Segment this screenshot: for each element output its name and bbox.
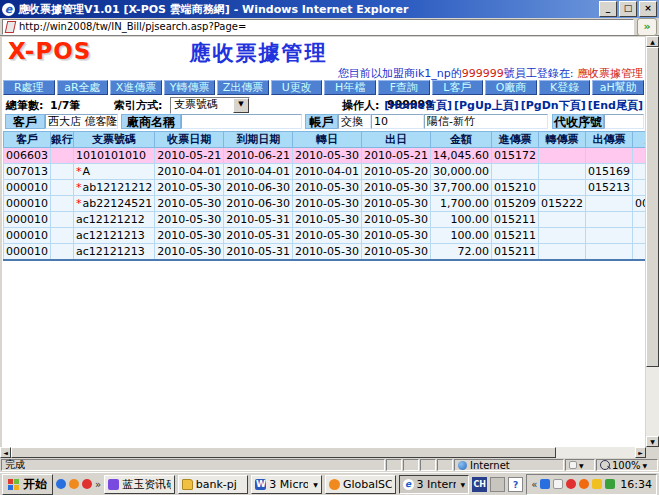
tray-chevron-icon[interactable]: « xyxy=(531,479,537,490)
table-row[interactable]: 000010ac121212122010-05-302010-05-312010… xyxy=(4,212,646,228)
windows-logo-icon xyxy=(8,479,20,490)
column-header-bank[interactable]: 銀行 xyxy=(51,132,74,148)
customer-input[interactable]: 西大店 億客隆 xyxy=(45,114,118,129)
go-button[interactable]: » xyxy=(637,18,657,36)
mail-icon[interactable] xyxy=(69,479,79,489)
task-button-4[interactable]: GlobalSCAP... xyxy=(325,475,396,494)
chevron-down-icon[interactable]: ▼ xyxy=(233,98,249,113)
menu-button-4[interactable]: Y轉傳票 xyxy=(164,80,216,95)
phishing-filter-pane[interactable]: ▼ xyxy=(565,459,595,471)
account-name-field[interactable]: 陽信-新竹 xyxy=(424,114,548,129)
chevron-down-icon[interactable]: ▼ xyxy=(461,481,466,488)
menu-button-11[interactable]: K登錄 xyxy=(539,80,591,95)
task-label: bank-pj xyxy=(196,478,245,491)
scroll-left-icon[interactable]: ◄ xyxy=(0,447,11,458)
quick-launch-overflow-icon[interactable]: » xyxy=(95,479,101,490)
close-button[interactable]: × xyxy=(639,1,657,17)
cell-due-date: 2010-04-01 xyxy=(224,164,293,180)
language-indicator[interactable]: CH xyxy=(472,477,487,492)
phone-tray-icon[interactable] xyxy=(605,479,615,489)
ie-icon[interactable] xyxy=(56,479,66,489)
cell-transfer-voucher xyxy=(538,212,585,228)
task-button-5[interactable]: e3 Interne...▼ xyxy=(399,475,470,494)
account-no-field[interactable]: 10 xyxy=(371,114,424,129)
vertical-scrollbar[interactable]: ▲ ▼ xyxy=(646,36,659,447)
task-button-1[interactable]: 蓝玉资讯研... xyxy=(104,475,175,494)
horizontal-scroll-thumb[interactable] xyxy=(11,447,556,458)
cell-transfer-date: 2010-05-30 xyxy=(293,196,362,212)
pager-link-4[interactable]: [End尾頁] xyxy=(588,99,643,112)
index-mode-select[interactable]: 支票號碼 ▼ xyxy=(170,97,250,114)
net-tray-icon[interactable] xyxy=(540,479,550,489)
menu-button-9[interactable]: L客戶 xyxy=(432,80,484,95)
table-row[interactable]: 000010ac121212132010-05-302010-05-312010… xyxy=(4,244,646,261)
chevron-down-icon[interactable]: ▼ xyxy=(313,481,318,488)
task-button-2[interactable]: bank-pj xyxy=(178,475,249,494)
menu-button-6[interactable]: U更改 xyxy=(271,80,323,95)
vendor-name-input[interactable] xyxy=(181,114,302,129)
column-header-out-voucher[interactable]: 出傳票 xyxy=(585,132,632,148)
column-header-cheque-no[interactable]: 支票號碼 xyxy=(74,132,155,148)
menu-button-2[interactable]: aR全處 xyxy=(57,80,109,95)
table-row[interactable]: 007013*A2010-04-012010-04-012010-04-0120… xyxy=(4,164,646,180)
task-label: GlobalSCAP... xyxy=(343,478,392,491)
column-header-receive-date[interactable]: 收票日期 xyxy=(155,132,224,148)
table-row[interactable]: 00660310101010102010-05-212010-06-212010… xyxy=(4,148,646,164)
menu-button-10[interactable]: O廠商 xyxy=(485,80,537,95)
column-header-transfer-voucher[interactable]: 轉傳票 xyxy=(538,132,585,148)
minimize-button[interactable]: _ xyxy=(599,1,617,17)
column-header-due-date[interactable]: 到期日期 xyxy=(224,132,293,148)
menu-button-12[interactable]: aH幫助 xyxy=(592,80,644,95)
menu-button-1[interactable]: R處理 xyxy=(3,80,55,95)
qqr-tray-icon[interactable] xyxy=(566,479,576,489)
column-header-customer[interactable]: 客戶 xyxy=(4,132,51,148)
scroll-right-icon[interactable]: ► xyxy=(635,447,646,458)
operator-label: 操作人: xyxy=(342,98,379,113)
pager-link-3[interactable]: [PgDn下頁] xyxy=(521,99,586,112)
printer-icon[interactable] xyxy=(490,477,505,492)
table-row[interactable]: 000010ac121212132010-05-302010-05-312010… xyxy=(4,228,646,244)
chevron-down-icon: ▼ xyxy=(643,462,648,469)
cell-amount: 100.00 xyxy=(430,228,491,244)
pager-link-1[interactable]: [Home首頁] xyxy=(384,99,452,112)
qqo-tray-icon[interactable] xyxy=(579,479,589,489)
scroll-down-icon[interactable]: ▼ xyxy=(646,436,659,447)
account-type-field[interactable]: 交換 xyxy=(338,114,371,129)
vertical-scroll-thumb[interactable] xyxy=(646,47,659,367)
taskbar-clock: 16:34 xyxy=(620,478,652,491)
menu-button-7[interactable]: H年檔 xyxy=(324,80,376,95)
cell-transfer-date: 2010-05-30 xyxy=(293,244,362,261)
cell-cheque-no: 1010101010 xyxy=(74,148,155,164)
help-icon[interactable]: ? xyxy=(508,477,523,492)
alert-tray-icon[interactable] xyxy=(592,479,602,489)
collect-seq-input[interactable] xyxy=(604,114,644,129)
table-body: 00660310101010102010-05-212010-06-212010… xyxy=(4,148,646,261)
ftp-icon xyxy=(329,479,340,490)
login-prefix: 您目前以加盟商ik1_np的 xyxy=(338,67,462,80)
column-header-in-voucher[interactable]: 進傳票 xyxy=(491,132,538,148)
address-input[interactable]: http://win2008/tw/IN_Bill/pjsearch.asp?P… xyxy=(2,19,634,35)
menu-button-5[interactable]: Z出傳票 xyxy=(217,80,269,95)
menu-button-8[interactable]: F查詢 xyxy=(378,80,430,95)
pager-link-2[interactable]: [PgUp上頁] xyxy=(454,99,519,112)
table-row[interactable]: 000010*ab121212122010-05-302010-06-30201… xyxy=(4,180,646,196)
cell-due-date: 2010-06-30 xyxy=(224,180,293,196)
task-button-3[interactable]: W3 Microso...▼ xyxy=(251,475,322,494)
column-header-out-date[interactable]: 出日 xyxy=(362,132,431,148)
browser-viewport: X-POS 應收票據管理 您目前以加盟商ik1_np的999999號員工登錄在:… xyxy=(2,37,645,447)
window-titlebar[interactable]: e 應收票據管理V1.01 [X-POS 雲端商務網] - Windows In… xyxy=(0,0,659,18)
menu-button-3[interactable]: X進傳票 xyxy=(110,80,162,95)
zoom-control[interactable]: 100% ▼ xyxy=(596,459,658,471)
column-header-transfer-date[interactable]: 轉日 xyxy=(293,132,362,148)
doc-tray-icon[interactable] xyxy=(553,479,563,489)
qq-icon[interactable] xyxy=(82,479,92,489)
column-header-amount[interactable]: 金額 xyxy=(430,132,491,148)
maximize-button[interactable]: □ xyxy=(619,1,637,17)
total-label: 總筆數: xyxy=(6,98,43,113)
start-button[interactable]: 开始 xyxy=(2,474,53,495)
table-row[interactable]: 000010*ab221245212010-05-302010-06-30201… xyxy=(4,196,646,212)
cell-cheque-no: *ab22124521 xyxy=(74,196,155,212)
horizontal-scrollbar[interactable]: ◄ ► xyxy=(0,447,646,458)
column-header-vendor[interactable]: 廠商 xyxy=(632,132,645,148)
scroll-up-icon[interactable]: ▲ xyxy=(646,36,659,47)
